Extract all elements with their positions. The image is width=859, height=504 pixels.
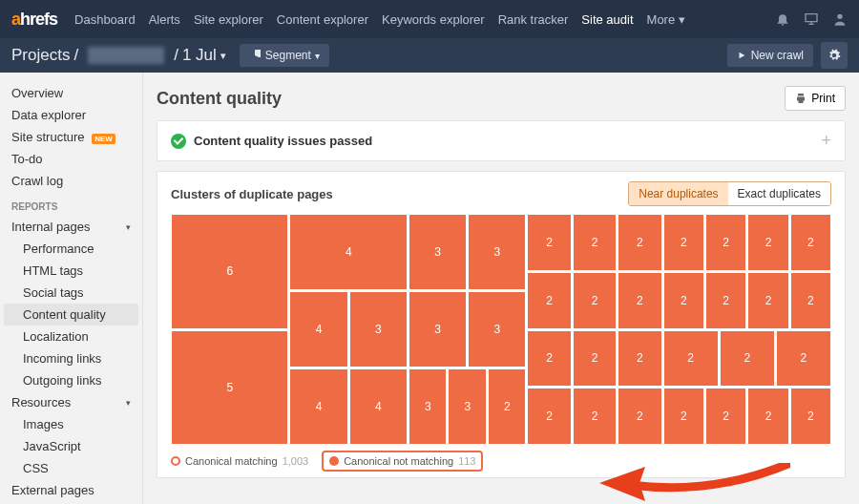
- sidebar-item-social-tags[interactable]: Social tags: [0, 282, 142, 304]
- treemap-cell[interactable]: 2: [790, 272, 831, 329]
- projects-link[interactable]: Projects: [11, 46, 70, 65]
- gear-icon: [828, 49, 841, 62]
- sidebar-item-internal-pages[interactable]: Internal pages▾: [0, 216, 142, 238]
- treemap-cell[interactable]: 3: [409, 368, 448, 445]
- treemap-cell[interactable]: 2: [776, 330, 831, 388]
- sidebar-heading-reports: REPORTS: [0, 192, 142, 216]
- toggle-exact-duplicates[interactable]: Exact duplicates: [728, 182, 830, 205]
- treemap-cell[interactable]: 2: [720, 330, 775, 388]
- sidebar-item-crawl-log[interactable]: Crawl log: [0, 170, 142, 192]
- treemap-cell[interactable]: 3: [349, 291, 408, 368]
- sidebar-item-outgoing-links[interactable]: Outgoing links: [0, 369, 142, 391]
- sidebar-item-external-pages[interactable]: External pages: [0, 479, 142, 501]
- sidebar-item-css[interactable]: CSS: [0, 457, 142, 479]
- content: Content quality Print Content quality is…: [143, 73, 859, 504]
- nav-site-audit[interactable]: Site audit: [581, 12, 633, 27]
- nav-rank-tracker[interactable]: Rank tracker: [498, 12, 569, 27]
- treemap-cell[interactable]: 3: [468, 291, 526, 368]
- nav-keywords-explorer[interactable]: Keywords explorer: [382, 12, 485, 27]
- bell-icon[interactable]: [775, 11, 790, 27]
- logo[interactable]: ahrefs: [11, 10, 57, 30]
- toggle-near-duplicates[interactable]: Near duplicates: [629, 182, 727, 205]
- legend-canonical-matching[interactable]: Canonical matching 1,003: [171, 455, 308, 467]
- treemap-cell[interactable]: 4: [289, 291, 347, 368]
- user-icon[interactable]: [832, 11, 848, 27]
- sidebar-item-overview[interactable]: Overview: [0, 82, 142, 104]
- segment-button[interactable]: Segment ▾: [240, 44, 329, 67]
- play-icon: [737, 51, 746, 60]
- duplicates-toggle: Near duplicates Exact duplicates: [628, 181, 831, 206]
- treemap-cell[interactable]: 2: [618, 388, 661, 445]
- treemap-cell[interactable]: 2: [618, 330, 661, 388]
- legend-canonical-not-matching[interactable]: Canonical not matching 113: [322, 451, 483, 472]
- treemap-cell[interactable]: 2: [747, 214, 788, 271]
- treemap-cell[interactable]: 6: [171, 214, 288, 329]
- treemap-cell[interactable]: 2: [663, 272, 704, 329]
- date-link[interactable]: 1 Jul: [182, 46, 217, 65]
- treemap-cell[interactable]: 2: [527, 272, 571, 329]
- treemap-cell[interactable]: 2: [618, 214, 661, 271]
- treemap-chart[interactable]: 6544344333333222222222222222222222222222…: [171, 214, 831, 445]
- treemap-cell[interactable]: 2: [527, 388, 571, 445]
- treemap-cell[interactable]: 2: [663, 214, 704, 271]
- sidebar-item-todo[interactable]: To-do: [0, 148, 142, 170]
- print-button[interactable]: Print: [785, 86, 846, 111]
- settings-button[interactable]: [821, 42, 848, 69]
- treemap-cell[interactable]: 2: [527, 214, 571, 271]
- logo-rest: hrefs: [20, 10, 57, 29]
- nav-alerts[interactable]: Alerts: [149, 12, 180, 27]
- logo-a: a: [11, 10, 20, 29]
- new-crawl-button[interactable]: New crawl: [727, 44, 813, 67]
- nav-more[interactable]: More ▾: [647, 12, 685, 27]
- sidebar-item-html-tags[interactable]: HTML tags: [0, 260, 142, 282]
- chevron-down-icon: ▾: [315, 51, 320, 61]
- chevron-down-icon: ▾: [126, 398, 131, 408]
- treemap-cell[interactable]: 2: [573, 330, 617, 388]
- treemap-cell[interactable]: 2: [747, 388, 788, 445]
- sidebar-item-localization[interactable]: Localization: [0, 326, 142, 347]
- treemap-cell[interactable]: 3: [468, 214, 526, 290]
- sidebar-item-images[interactable]: Images: [0, 413, 142, 435]
- nav-site-explorer[interactable]: Site explorer: [194, 12, 263, 27]
- treemap-cell[interactable]: 2: [573, 388, 617, 445]
- sidebar-item-content-quality[interactable]: Content quality: [4, 304, 138, 326]
- treemap-cell[interactable]: 4: [289, 368, 347, 445]
- svg-point-0: [837, 14, 842, 19]
- sidebar-item-resources[interactable]: Resources▾: [0, 391, 142, 413]
- treemap-cell[interactable]: 2: [527, 330, 571, 388]
- treemap-cell[interactable]: 2: [663, 330, 719, 388]
- print-icon: [795, 93, 807, 104]
- sidebar-item-incoming-links[interactable]: Incoming links: [0, 347, 142, 369]
- treemap-cell[interactable]: 2: [573, 272, 617, 329]
- treemap-cell[interactable]: 3: [448, 368, 487, 445]
- treemap-cell[interactable]: 4: [349, 368, 408, 445]
- project-name-blurred[interactable]: [88, 47, 164, 64]
- monitor-icon[interactable]: [804, 11, 819, 27]
- issues-passed-panel: Content quality issues passed +: [157, 120, 846, 161]
- treemap-cell[interactable]: 3: [409, 291, 467, 368]
- nav-content-explorer[interactable]: Content explorer: [277, 12, 368, 27]
- sidebar-item-performance[interactable]: Performance: [0, 238, 142, 260]
- treemap-cell[interactable]: 2: [747, 272, 788, 329]
- treemap-cell[interactable]: 2: [790, 214, 831, 271]
- treemap-cell[interactable]: 5: [171, 330, 288, 446]
- treemap-cell[interactable]: 2: [705, 214, 746, 271]
- treemap-cell[interactable]: 2: [573, 214, 617, 271]
- nav-dashboard[interactable]: Dashboard: [74, 12, 136, 27]
- clusters-header: Clusters of duplicate pages Near duplica…: [171, 181, 831, 206]
- treemap-cell[interactable]: 2: [705, 272, 746, 329]
- treemap-cell[interactable]: 2: [488, 368, 527, 445]
- top-nav: ahrefs Dashboard Alerts Site explorer Co…: [0, 0, 859, 38]
- expand-button[interactable]: +: [821, 131, 831, 151]
- treemap-cell[interactable]: 4: [289, 214, 407, 290]
- sidebar-item-data-explorer[interactable]: Data explorer: [0, 104, 142, 126]
- treemap-cell[interactable]: 2: [705, 388, 746, 445]
- treemap-cell[interactable]: 2: [790, 388, 831, 445]
- new-badge: NEW: [92, 134, 115, 144]
- sidebar-item-javascript[interactable]: JavaScript: [0, 435, 142, 457]
- treemap-cell[interactable]: 2: [618, 272, 661, 329]
- sidebar-item-site-structure[interactable]: Site structure NEW: [0, 126, 142, 148]
- breadcrumb: Projects / / 1 Jul ▾: [11, 46, 226, 65]
- treemap-cell[interactable]: 3: [409, 214, 467, 290]
- treemap-cell[interactable]: 2: [663, 388, 704, 445]
